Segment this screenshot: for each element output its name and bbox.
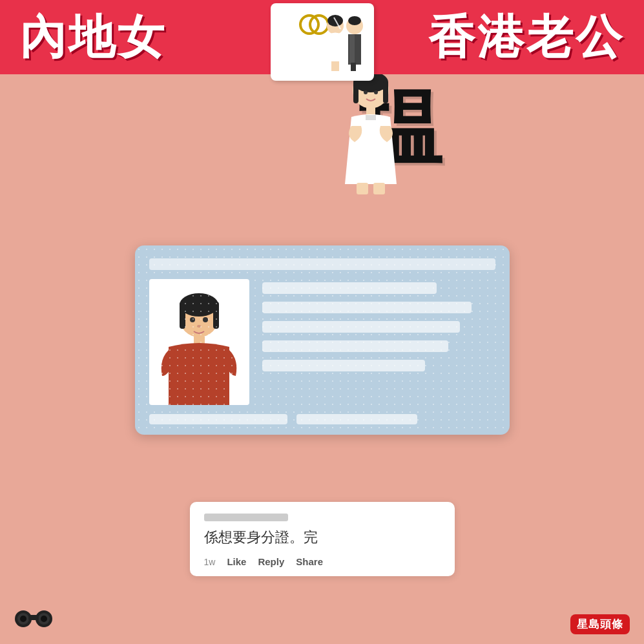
svg-rect-7 <box>351 63 356 71</box>
id-line-5 <box>262 360 426 371</box>
svg-rect-14 <box>383 81 388 103</box>
svg-rect-18 <box>366 115 376 120</box>
svg-point-26 <box>190 317 195 322</box>
banner-left-text: 內地女 <box>19 6 167 68</box>
comment-actions: 1w Like Reply Share <box>204 556 441 567</box>
banner-right-text: 香港老公 <box>428 6 625 68</box>
svg-point-38 <box>41 616 47 622</box>
wedding-couple-icon <box>274 6 371 78</box>
id-photo-person-icon <box>156 282 243 405</box>
binoculars-icon <box>14 601 53 630</box>
svg-point-27 <box>203 317 208 322</box>
id-line-3 <box>262 321 461 333</box>
svg-rect-19 <box>357 183 368 194</box>
id-card-top-bar <box>149 258 495 270</box>
comment-text: 係想要身分證。完 <box>204 528 441 547</box>
svg-rect-20 <box>373 183 385 194</box>
id-card-footer <box>149 414 495 424</box>
id-line-1 <box>262 282 437 294</box>
svg-point-9 <box>348 16 361 25</box>
like-button[interactable]: Like <box>227 556 246 567</box>
comment-box: 係想要身分證。完 1w Like Reply Share <box>190 502 455 576</box>
comment-username-bar <box>204 514 288 521</box>
id-footer-line-2 <box>296 414 418 424</box>
share-button[interactable]: Share <box>296 556 323 567</box>
svg-rect-13 <box>353 81 358 103</box>
svg-rect-3 <box>331 61 339 71</box>
id-card-photo <box>149 279 249 405</box>
banner-center-image <box>271 3 374 81</box>
svg-point-28 <box>197 325 201 327</box>
id-footer-line-1 <box>149 414 287 424</box>
id-line-4 <box>262 340 449 352</box>
id-card <box>135 245 510 435</box>
svg-point-37 <box>20 616 26 622</box>
svg-rect-24 <box>180 302 185 329</box>
svg-rect-6 <box>349 34 355 65</box>
id-card-wrapper <box>135 245 510 435</box>
comment-time: 1w <box>204 557 216 567</box>
svg-point-16 <box>374 90 378 94</box>
svg-rect-36 <box>28 615 39 620</box>
brand-name-top: 星島頭條 <box>577 617 623 632</box>
svg-point-15 <box>364 90 368 94</box>
svg-rect-25 <box>213 302 219 329</box>
id-card-info <box>262 279 495 371</box>
id-line-2 <box>262 302 472 313</box>
id-card-body <box>149 279 495 405</box>
reply-button[interactable]: Reply <box>258 556 284 567</box>
bride-figure-icon <box>332 68 410 197</box>
top-banner: 內地女 香港老公 <box>0 0 644 74</box>
brand-logo: 星島頭條 <box>570 614 630 634</box>
